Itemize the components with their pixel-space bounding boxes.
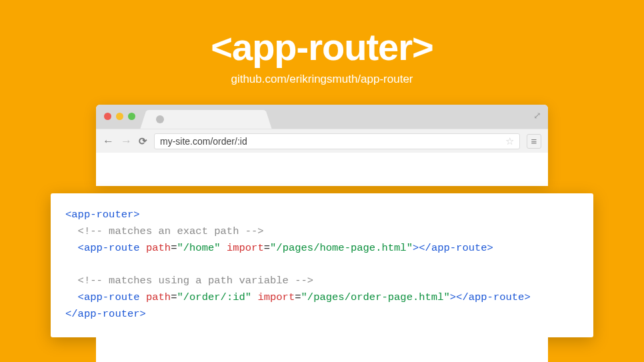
page-bottom	[96, 333, 548, 362]
code-string: "/pages/home-page.html"	[270, 242, 413, 254]
menu-button[interactable]: ≡	[527, 134, 541, 149]
code-attr: import	[227, 242, 264, 254]
url-input[interactable]: my-site.com/order/:id ☆	[154, 133, 520, 149]
close-icon[interactable]	[104, 113, 111, 120]
code-attr: path	[146, 291, 171, 303]
code-token: </app-route>	[456, 291, 531, 303]
browser-tabbar: ⤢	[96, 105, 548, 129]
code-comment: <!-- matches an exact path -->	[78, 225, 264, 237]
browser-toolbar: ← → ⟳ my-site.com/order/:id ☆ ≡	[96, 129, 548, 153]
window-controls	[104, 113, 135, 120]
code-token: </app-router>	[65, 308, 146, 320]
browser-window: ⤢ ← → ⟳ my-site.com/order/:id ☆ ≡	[96, 105, 548, 186]
code-attr: path	[146, 242, 171, 254]
maximize-icon[interactable]	[128, 113, 135, 120]
reload-button[interactable]: ⟳	[139, 135, 147, 147]
browser-viewport	[96, 153, 548, 186]
forward-button[interactable]: →	[121, 135, 132, 147]
url-text: my-site.com/order/:id	[160, 136, 247, 147]
code-token: <app-route	[78, 291, 140, 303]
hero: <app-router> github.com/erikringsmuth/ap…	[0, 0, 644, 86]
hero-title: <app-router>	[0, 25, 644, 69]
back-button[interactable]: ←	[103, 135, 114, 147]
hero-subtitle: github.com/erikringsmuth/app-router	[0, 73, 644, 86]
code-string: "/pages/order-page.html"	[301, 291, 450, 303]
minimize-icon[interactable]	[116, 113, 123, 120]
code-string: "/home"	[177, 242, 220, 254]
code-eq: =	[264, 242, 270, 254]
code-token: </app-route>	[419, 242, 493, 254]
code-token: >	[450, 291, 456, 303]
favicon-icon	[156, 115, 164, 123]
code-token: <app-router>	[65, 209, 140, 221]
code-token: <app-route	[78, 242, 140, 254]
code-attr: import	[257, 291, 295, 303]
code-string: "/order/:id"	[177, 291, 251, 303]
code-comment: <!-- matches using a path variable -->	[78, 275, 313, 287]
code-snippet: <app-router> <!-- matches an exact path …	[51, 193, 593, 337]
expand-icon[interactable]: ⤢	[533, 110, 541, 121]
browser-tab[interactable]	[149, 110, 263, 129]
bookmark-star-icon[interactable]: ☆	[505, 135, 514, 147]
code-eq: =	[295, 291, 301, 303]
code-token: >	[413, 242, 419, 254]
